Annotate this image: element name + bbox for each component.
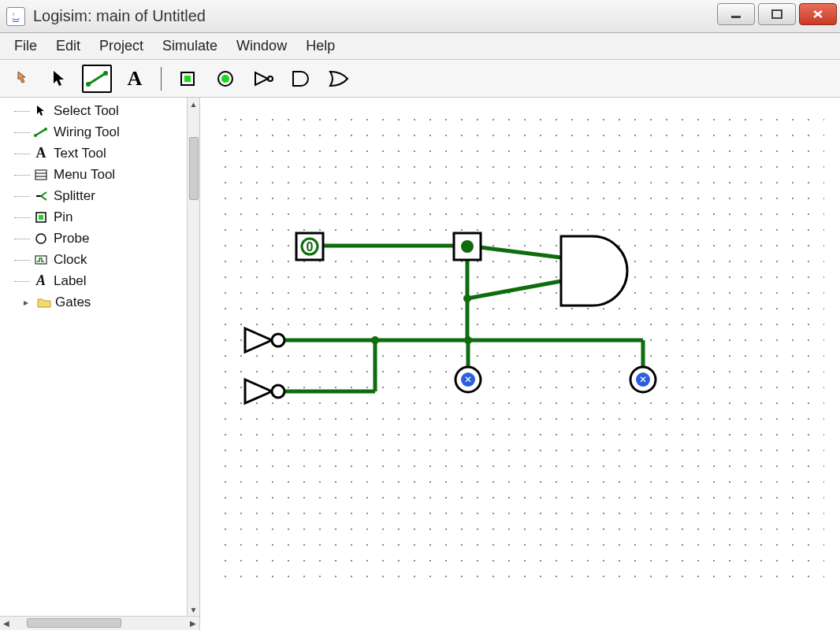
window-controls	[717, 3, 837, 25]
hscroll-thumb[interactable]	[27, 618, 121, 628]
svg-rect-6	[184, 76, 191, 82]
menu-help[interactable]: Help	[296, 35, 344, 57]
svg-text:0: 0	[307, 240, 314, 254]
scroll-up-icon[interactable]: ▲	[188, 98, 199, 110]
splitter-icon	[33, 191, 49, 202]
and-gate	[561, 236, 627, 306]
svg-point-8	[221, 75, 229, 83]
toolbar-separator	[161, 67, 162, 91]
tree-item-label: Menu Tool	[54, 167, 115, 183]
tree-item-splitter[interactable]: Splitter	[0, 185, 187, 206]
scroll-left-icon[interactable]: ◀	[0, 619, 13, 628]
svg-text:✕: ✕	[464, 374, 472, 385]
scroll-down-icon[interactable]: ▼	[188, 603, 199, 616]
tree-item-label: Probe	[54, 231, 89, 246]
svg-rect-0	[731, 16, 741, 18]
maximize-button[interactable]	[758, 3, 796, 25]
toolbar: A	[0, 60, 840, 98]
java-icon	[6, 7, 25, 26]
svg-rect-20	[39, 215, 43, 220]
select-tool-button[interactable]	[44, 65, 74, 93]
tree-item-probe[interactable]: Probe	[0, 228, 187, 249]
or-gate-button[interactable]	[324, 65, 354, 93]
tree-item-label: Splitter	[54, 188, 95, 204]
output-pin-button[interactable]	[210, 65, 240, 93]
menu-file[interactable]: File	[5, 35, 46, 57]
svg-line-10	[35, 129, 46, 135]
select-icon	[33, 105, 49, 117]
svg-point-32	[463, 295, 471, 302]
text-a-icon: A	[128, 67, 143, 91]
svg-point-3	[86, 82, 91, 87]
component-tree[interactable]: Poke Tool Select Tool Wiring Tool A Text…	[0, 98, 199, 616]
tree-item-label: Wiring Tool	[54, 124, 120, 140]
svg-point-4	[103, 71, 108, 76]
wiring-icon	[33, 127, 49, 138]
clock-icon	[33, 254, 49, 265]
canvas-wrap: 0	[200, 98, 840, 630]
menu-simulate[interactable]: Simulate	[153, 35, 227, 57]
pin-icon	[33, 211, 49, 224]
scroll-right-icon[interactable]: ▶	[187, 619, 199, 628]
tree-item-text[interactable]: A Text Tool	[0, 143, 187, 164]
svg-point-34	[464, 336, 472, 344]
sidebar-vertical-scrollbar[interactable]: ▲ ▼	[187, 98, 199, 616]
svg-point-11	[34, 134, 37, 137]
menu-project[interactable]: Project	[90, 35, 153, 57]
svg-line-2	[88, 73, 106, 84]
probe-icon	[33, 232, 49, 245]
svg-point-39	[461, 240, 474, 253]
svg-point-33	[371, 336, 379, 344]
tree-item-label[interactable]: A Label	[0, 270, 187, 291]
svg-point-40	[272, 334, 284, 346]
menu-edit[interactable]: Edit	[46, 35, 90, 57]
input-pin-button[interactable]	[173, 65, 203, 93]
not-gate-2	[245, 380, 284, 403]
folder-icon	[36, 296, 52, 309]
wiring-tool-button[interactable]	[82, 65, 112, 93]
svg-point-21	[36, 234, 46, 243]
window-title: Logisim: main of Untitled	[33, 7, 206, 25]
sidebar-horizontal-scrollbar[interactable]: ◀ ▶	[0, 616, 199, 630]
menu-icon	[33, 169, 49, 180]
tree-item-select[interactable]: Select Tool	[0, 100, 187, 121]
svg-line-18	[41, 196, 46, 200]
svg-rect-13	[35, 170, 46, 180]
text-icon: A	[33, 145, 49, 161]
close-button[interactable]	[799, 3, 837, 25]
output-pin-2: ✕	[630, 367, 656, 392]
tree-item-label-text: Label	[54, 273, 87, 289]
menu-bar: File Edit Project Simulate Window Help	[0, 33, 840, 60]
tree-item-label: Pin	[54, 209, 73, 225]
sidebar: Poke Tool Select Tool Wiring Tool A Text…	[0, 98, 200, 630]
svg-rect-1	[772, 10, 782, 18]
svg-line-26	[467, 281, 561, 298]
and-gate-button[interactable]	[286, 65, 316, 93]
tree-item-label: Text Tool	[54, 146, 106, 161]
not-gate-button[interactable]	[248, 65, 278, 93]
main-area: Poke Tool Select Tool Wiring Tool A Text…	[0, 98, 840, 630]
tree-folder-gates[interactable]: ▸ Gates	[0, 291, 187, 313]
menu-window[interactable]: Window	[227, 35, 296, 57]
input-pin-1: 0	[296, 233, 323, 260]
input-pin-2	[454, 233, 481, 260]
circuit-svg: 0	[217, 112, 824, 584]
circuit-canvas[interactable]: 0	[217, 112, 824, 584]
svg-rect-22	[35, 256, 46, 264]
svg-point-41	[272, 385, 284, 398]
svg-line-17	[41, 192, 46, 196]
poke-tool-button[interactable]	[6, 65, 36, 93]
tree-item-wiring[interactable]: Wiring Tool	[0, 121, 187, 143]
tree-item-clock[interactable]: Clock	[0, 249, 187, 270]
not-gate-1	[245, 328, 284, 352]
svg-point-9	[268, 76, 273, 81]
folder-toggle-icon[interactable]: ▸	[24, 297, 33, 308]
scroll-thumb[interactable]	[189, 137, 199, 200]
folder-label: Gates	[55, 295, 91, 310]
output-pin-1: ✕	[455, 367, 481, 392]
tree-item-menu[interactable]: Menu Tool	[0, 164, 187, 185]
text-tool-button[interactable]: A	[120, 65, 150, 93]
tree-item-label: Select Tool	[54, 103, 119, 119]
tree-item-pin[interactable]: Pin	[0, 206, 187, 228]
minimize-button[interactable]	[717, 3, 755, 25]
